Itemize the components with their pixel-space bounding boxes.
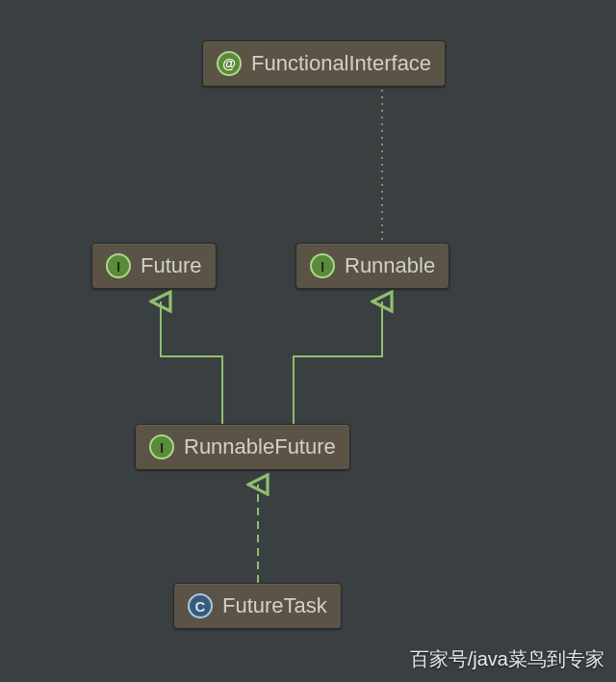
edge-runnablefuture-to-runnable (294, 302, 382, 424)
interface-icon: I (310, 253, 335, 278)
class-icon: C (188, 593, 213, 618)
interface-icon: I (149, 434, 174, 459)
node-functionalinterface[interactable]: @ FunctionalInterface (202, 40, 446, 87)
edge-runnablefuture-to-future (161, 302, 222, 424)
node-label: RunnableFuture (184, 434, 336, 459)
connector-layer (0, 0, 616, 682)
node-runnablefuture[interactable]: I RunnableFuture (135, 424, 350, 470)
interface-icon: I (106, 253, 131, 278)
node-runnable[interactable]: I Runnable (295, 243, 449, 289)
node-future[interactable]: I Future (91, 243, 217, 289)
node-futuretask[interactable]: C FutureTask (173, 583, 342, 629)
node-label: Future (141, 253, 202, 278)
node-label: FutureTask (222, 593, 327, 618)
node-label: FunctionalInterface (251, 51, 431, 76)
annotation-icon: @ (217, 51, 242, 76)
node-label: Runnable (345, 253, 435, 278)
watermark-text: 百家号/java菜鸟到专家 (410, 646, 604, 672)
